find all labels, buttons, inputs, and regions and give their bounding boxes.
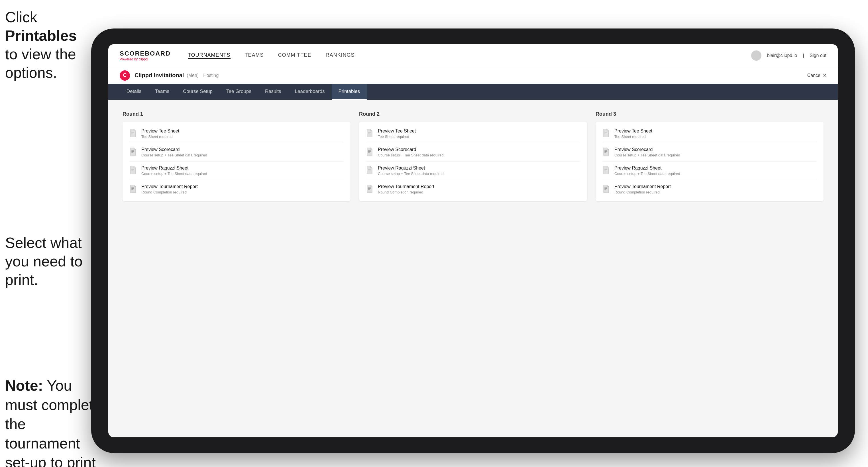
svg-rect-21	[368, 152, 370, 153]
tab-leaderboards[interactable]: Leaderboards	[288, 84, 332, 100]
svg-rect-13	[131, 187, 134, 188]
svg-rect-37	[604, 187, 607, 188]
svg-rect-14	[131, 188, 134, 189]
print-item-r1-1[interactable]: Preview Tee SheetTee Sheet required	[129, 128, 344, 143]
tab-teams[interactable]: Teams	[148, 84, 176, 100]
top-nav: SCOREBOARD Powered by clippd TOURNAMENTS…	[108, 44, 838, 67]
svg-rect-26	[368, 188, 371, 189]
document-icon-r2-2	[366, 148, 374, 157]
svg-rect-23	[368, 170, 371, 170]
print-info-r1-4: Preview Tournament ReportRound Completio…	[141, 184, 198, 194]
tab-results[interactable]: Results	[258, 84, 288, 100]
print-info-r3-4: Preview Tournament ReportRound Completio…	[614, 184, 671, 194]
tab-course-setup[interactable]: Course Setup	[176, 84, 219, 100]
print-name-r3-3: Preview Raguzzi Sheet	[614, 165, 680, 171]
document-icon-r3-4	[602, 185, 610, 194]
svg-rect-15	[131, 189, 133, 190]
sign-out-link[interactable]: Sign out	[810, 53, 827, 58]
document-icon-r1-3	[129, 166, 137, 175]
brand-logo: SCOREBOARD Powered by clippd	[120, 50, 171, 61]
print-item-r3-4[interactable]: Preview Tournament ReportRound Completio…	[602, 180, 817, 194]
round-title-3: Round 3	[596, 111, 824, 117]
rounds-grid: Round 1 Preview Tee SheetTee Sheet requi…	[123, 111, 824, 201]
sign-out-separator: |	[803, 53, 804, 58]
nav-link-teams[interactable]: TEAMS	[245, 52, 264, 59]
nav-link-tournaments[interactable]: TOURNAMENTS	[188, 52, 230, 59]
document-icon-r2-4	[366, 185, 374, 194]
svg-rect-7	[131, 150, 134, 151]
tournament-logo: C	[120, 70, 130, 81]
cancel-button[interactable]: Cancel ✕	[807, 73, 827, 78]
instruction-middle: Select what you need to print.	[5, 234, 96, 289]
round-title-2: Round 2	[359, 111, 587, 117]
print-info-r3-3: Preview Raguzzi SheetCourse setup + Tee …	[614, 165, 680, 176]
svg-rect-22	[368, 169, 371, 169]
print-desc-r2-3: Course setup + Tee Sheet data required	[378, 172, 444, 176]
print-item-r2-4[interactable]: Preview Tournament ReportRound Completio…	[366, 180, 580, 194]
svg-rect-31	[604, 150, 607, 151]
nav-link-rankings[interactable]: RANKINGS	[326, 52, 355, 59]
tab-details[interactable]: Details	[120, 84, 148, 100]
svg-rect-4	[131, 132, 134, 132]
print-desc-r3-2: Course setup + Tee Sheet data required	[614, 153, 680, 157]
print-info-r3-2: Preview ScorecardCourse setup + Tee Shee…	[614, 147, 680, 157]
round-card-3: Preview Tee SheetTee Sheet required Prev…	[596, 122, 824, 201]
tournament-type: (Men)	[187, 73, 198, 78]
tab-printables[interactable]: Printables	[332, 84, 367, 100]
brand-subtitle: Powered by clippd	[120, 57, 171, 61]
svg-rect-30	[604, 134, 607, 134]
print-desc-r2-4: Round Completion required	[378, 190, 434, 194]
document-icon-r1-1	[129, 129, 137, 138]
print-item-r1-2[interactable]: Preview ScorecardCourse setup + Tee Shee…	[129, 143, 344, 161]
print-item-r2-3[interactable]: Preview Raguzzi SheetCourse setup + Tee …	[366, 161, 580, 180]
print-name-r1-2: Preview Scorecard	[141, 147, 207, 152]
print-item-r2-2[interactable]: Preview ScorecardCourse setup + Tee Shee…	[366, 143, 580, 161]
print-info-r2-2: Preview ScorecardCourse setup + Tee Shee…	[378, 147, 444, 157]
tournament-name: Clippd Invitational	[134, 72, 184, 79]
user-avatar	[751, 51, 762, 61]
svg-rect-8	[131, 151, 134, 152]
print-name-r3-1: Preview Tee Sheet	[614, 128, 652, 134]
print-name-r2-4: Preview Tournament Report	[378, 184, 434, 189]
document-icon-r3-2	[602, 148, 610, 157]
nav-link-committee[interactable]: COMMITTEE	[278, 52, 311, 59]
svg-rect-38	[604, 188, 607, 189]
print-name-r3-2: Preview Scorecard	[614, 147, 680, 152]
print-desc-r3-3: Course setup + Tee Sheet data required	[614, 172, 680, 176]
tournament-bar: C Clippd Invitational (Men) Hosting Canc…	[108, 67, 838, 84]
instruction-top: Click Printables to view the options.	[5, 8, 91, 82]
print-item-r1-4[interactable]: Preview Tournament ReportRound Completio…	[129, 180, 344, 194]
round-card-1: Preview Tee SheetTee Sheet required Prev…	[123, 122, 350, 201]
brand-title: SCOREBOARD	[120, 50, 171, 57]
print-info-r1-3: Preview Raguzzi SheetCourse setup + Tee …	[141, 165, 207, 176]
svg-rect-5	[131, 133, 134, 133]
user-email: blair@clippd.io	[767, 53, 797, 58]
round-card-2: Preview Tee SheetTee Sheet required Prev…	[359, 122, 587, 201]
print-desc-r1-4: Round Completion required	[141, 190, 198, 194]
svg-rect-11	[131, 170, 134, 170]
print-info-r1-2: Preview ScorecardCourse setup + Tee Shee…	[141, 147, 207, 157]
svg-rect-24	[368, 171, 370, 171]
print-name-r2-2: Preview Scorecard	[378, 147, 444, 152]
svg-rect-10	[131, 169, 134, 169]
round-section-3: Round 3 Preview Tee SheetTee Sheet requi…	[596, 111, 824, 201]
print-item-r3-3[interactable]: Preview Raguzzi SheetCourse setup + Tee …	[602, 161, 817, 180]
instruction-bottom: Note: You must complete the tournament s…	[5, 376, 102, 467]
svg-rect-20	[368, 151, 371, 152]
print-item-r3-2[interactable]: Preview ScorecardCourse setup + Tee Shee…	[602, 143, 817, 161]
svg-rect-28	[604, 132, 607, 132]
print-desc-r1-2: Course setup + Tee Sheet data required	[141, 153, 207, 157]
print-desc-r1-3: Course setup + Tee Sheet data required	[141, 172, 207, 176]
print-item-r3-1[interactable]: Preview Tee SheetTee Sheet required	[602, 128, 817, 143]
print-name-r1-1: Preview Tee Sheet	[141, 128, 179, 134]
print-name-r3-4: Preview Tournament Report	[614, 184, 671, 189]
content-area: Round 1 Preview Tee SheetTee Sheet requi…	[108, 100, 838, 437]
svg-rect-6	[131, 134, 133, 134]
tab-tee-groups[interactable]: Tee Groups	[219, 84, 258, 100]
svg-rect-17	[368, 133, 371, 133]
svg-rect-18	[368, 134, 370, 134]
print-info-r3-1: Preview Tee SheetTee Sheet required	[614, 128, 652, 139]
document-icon-r2-3	[366, 166, 374, 175]
print-item-r1-3[interactable]: Preview Raguzzi SheetCourse setup + Tee …	[129, 161, 344, 180]
print-item-r2-1[interactable]: Preview Tee SheetTee Sheet required	[366, 128, 580, 143]
